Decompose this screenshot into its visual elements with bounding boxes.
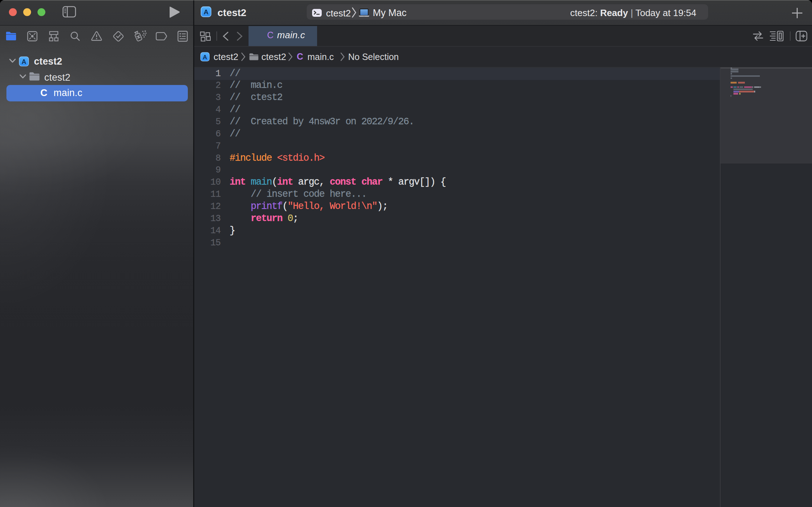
svg-text:A: A <box>22 58 26 65</box>
svg-text:A: A <box>204 8 209 16</box>
svg-text:A: A <box>203 54 207 61</box>
